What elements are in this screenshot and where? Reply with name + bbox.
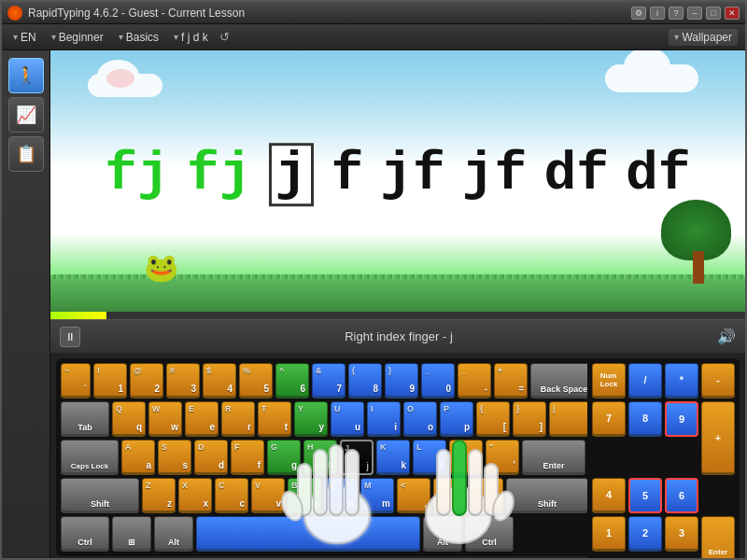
key-dash[interactable]: _- (458, 363, 491, 399)
text-row: fj fj j f jf jf df df (50, 143, 745, 206)
key-v[interactable]: Vv (251, 478, 285, 513)
key-win[interactable]: ⊞ (112, 516, 151, 552)
key-0[interactable]: _0 (421, 363, 455, 399)
info-btn[interactable]: i (650, 7, 665, 20)
key-bracket-l[interactable]: {[ (476, 401, 510, 437)
numpad-row-789: 7 8 9 + (592, 401, 735, 475)
key-3[interactable]: #3 (166, 363, 200, 399)
key-minus[interactable]: ~` (61, 363, 91, 399)
key-period[interactable]: >. (433, 478, 467, 513)
key-n[interactable]: Nn (324, 478, 358, 513)
key-num-3[interactable]: 3 (665, 516, 698, 552)
key-num-4[interactable]: 4 (592, 478, 626, 513)
key-p[interactable]: Pp (440, 401, 473, 437)
key-shift-l[interactable]: Shift (61, 478, 139, 513)
char-fj-2: fj (187, 147, 252, 202)
key-f[interactable]: Ff (231, 440, 264, 475)
key-5[interactable]: %5 (239, 363, 273, 399)
key-s[interactable]: Ss (158, 440, 191, 475)
key-tab[interactable]: Tab (61, 401, 109, 437)
key-c[interactable]: Cc (215, 478, 248, 513)
key-8[interactable]: (8 (348, 363, 382, 399)
key-l[interactable]: Ll (413, 440, 446, 475)
sidebar-item-stats[interactable]: 📈 (8, 97, 44, 133)
key-o[interactable]: Oo (403, 401, 437, 437)
key-m[interactable]: Mm (360, 478, 394, 513)
key-6[interactable]: ^6 (275, 363, 309, 399)
key-x[interactable]: Xx (178, 478, 212, 513)
level-menu[interactable]: ▾ Beginner (48, 29, 107, 46)
key-t[interactable]: Tt (258, 401, 291, 437)
key-num-mul[interactable]: * (665, 363, 698, 399)
category-menu[interactable]: ▾ Basics (115, 29, 162, 46)
key-1[interactable]: !1 (93, 363, 127, 399)
key-bracket-r[interactable]: }] (513, 401, 546, 437)
main-container: 🚶 📈 📋 fj fj j f jf jf df df (2, 50, 745, 560)
key-enter[interactable]: Enter (522, 440, 585, 475)
typing-display: fj fj j f jf jf df df 🐸 (50, 50, 745, 312)
key-d[interactable]: Dd (194, 440, 228, 475)
key-num-5[interactable]: 5 (628, 478, 662, 513)
key-num-9[interactable]: 9 (665, 401, 698, 437)
key-4[interactable]: $4 (203, 363, 236, 399)
sidebar-item-lesson[interactable]: 🚶 (8, 58, 44, 93)
key-j[interactable]: Jj (340, 440, 374, 475)
key-equal[interactable]: += (494, 363, 528, 399)
minimize-btn[interactable]: – (687, 7, 702, 20)
key-9[interactable]: )9 (385, 363, 418, 399)
key-num-6[interactable]: 6 (665, 478, 698, 513)
key-slash[interactable]: ?/ (470, 478, 503, 513)
key-semicolon[interactable]: :; (449, 440, 483, 475)
key-ctrl-r[interactable]: Ctrl (465, 516, 514, 552)
key-num-2[interactable]: 2 (628, 516, 662, 552)
key-2[interactable]: @2 (130, 363, 163, 399)
lesson-menu[interactable]: ▾ f j d k (170, 29, 212, 46)
key-z[interactable]: Zz (142, 478, 176, 513)
wallpaper-menu[interactable]: ▾ Wallpaper (669, 29, 738, 46)
key-space[interactable] (196, 516, 420, 552)
key-alt-r[interactable]: Alt (423, 516, 462, 552)
volume-icon[interactable]: 🔊 (717, 328, 736, 345)
char-jf-2: jf (462, 147, 528, 202)
key-i[interactable]: Ii (367, 401, 401, 437)
sidebar-item-copy[interactable]: 📋 (8, 136, 44, 172)
key-num-minus[interactable]: - (701, 363, 735, 399)
numpad: NumLock / * - 7 8 9 + 4 5 6 (587, 358, 740, 560)
key-k[interactable]: Kk (376, 440, 410, 475)
key-num-1[interactable]: 1 (592, 516, 626, 552)
maximize-btn[interactable]: □ (706, 7, 721, 20)
key-w[interactable]: Ww (148, 401, 182, 437)
close-btn[interactable]: ✕ (725, 7, 740, 20)
key-num-enter[interactable]: Enter (701, 516, 735, 560)
key-num-plus[interactable]: + (701, 401, 735, 475)
key-comma[interactable]: <, (397, 478, 430, 513)
key-quote[interactable]: "' (486, 440, 519, 475)
key-shift-r[interactable]: Shift (506, 478, 588, 513)
frog-decoration: 🐸 (144, 251, 178, 284)
key-u[interactable]: Uu (331, 401, 364, 437)
settings-btn[interactable]: ⚙ (631, 7, 646, 20)
key-b[interactable]: Bb (288, 478, 321, 513)
key-g[interactable]: Gg (267, 440, 301, 475)
language-menu[interactable]: ▾ EN (9, 29, 40, 46)
key-num-7[interactable]: 7 (592, 401, 626, 437)
key-r[interactable]: Rr (221, 401, 255, 437)
key-q[interactable]: Qq (112, 401, 146, 437)
key-a[interactable]: Aa (121, 440, 155, 475)
key-e[interactable]: Ee (185, 401, 218, 437)
key-7[interactable]: &7 (312, 363, 345, 399)
refresh-icon[interactable]: ↺ (219, 30, 230, 44)
key-numlock[interactable]: NumLock (592, 363, 626, 399)
pause-button[interactable]: ⏸ (60, 327, 80, 347)
key-num-8[interactable]: 8 (628, 401, 662, 437)
title-text: RapidTyping 4.6.2 - Guest - Current Less… (28, 7, 631, 20)
key-capslock[interactable]: Caps Lock (61, 440, 119, 475)
key-y[interactable]: Yy (294, 401, 328, 437)
keyboard-area: ~` !1 @2 #3 $4 %5 ^6 &7 (8 )9 _0 _- += B… (50, 353, 745, 560)
lesson-area: fj fj j f jf jf df df 🐸 (50, 50, 745, 560)
key-ctrl-l[interactable]: Ctrl (61, 516, 109, 552)
help-btn[interactable]: ? (669, 7, 684, 20)
key-alt-l[interactable]: Alt (154, 516, 193, 552)
key-h[interactable]: Hh (303, 440, 337, 475)
key-num-div[interactable]: / (628, 363, 662, 399)
